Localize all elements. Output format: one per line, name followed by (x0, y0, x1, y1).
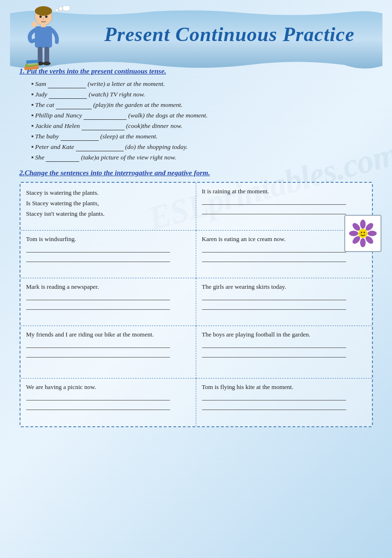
svg-point-6 (59, 7, 63, 11)
answer-line[interactable] (26, 403, 170, 410)
bullet: ▪ (32, 143, 34, 151)
svg-point-2 (39, 16, 42, 18)
exercise-cell-9: We are having a picnic now. (21, 379, 196, 426)
cell-sentence: My friends and I are riding our bike at … (26, 331, 190, 338)
cell-sentence: The girls are wearing skirts today. (202, 283, 366, 291)
answer-line[interactable] (202, 255, 347, 262)
svg-rect-17 (26, 60, 38, 63)
svg-point-14 (43, 62, 51, 65)
svg-point-10 (32, 21, 37, 27)
bullet: ▪ (32, 91, 34, 98)
exercise-cell-8: The boys are playing football in the gar… (196, 326, 372, 379)
list-item: ▪ Phillip and Nancy (walk) the dogs at t… (32, 112, 373, 120)
list-item: ▪ Peter and Kate (do) the shopping today… (32, 143, 373, 151)
exercise-cell-6: The girls are wearing skirts today. (196, 278, 372, 326)
bullet: ▪ (32, 112, 34, 119)
svg-point-28 (358, 229, 367, 238)
cell-sentence: The boys are playing football in the gar… (202, 331, 366, 338)
svg-point-26 (349, 231, 358, 236)
exercise-cell-5: Mark is reading a newspaper. (21, 278, 196, 326)
svg-point-29 (361, 232, 362, 233)
bullet: ▪ (32, 154, 34, 161)
boy-figure (15, 6, 86, 85)
svg-point-7 (63, 6, 70, 11)
answer-line[interactable] (202, 351, 347, 358)
answer-line[interactable] (26, 341, 170, 348)
cell-sentence: Tom is flying his kite at the moment. (202, 383, 366, 391)
answer-line[interactable] (202, 198, 347, 205)
svg-rect-9 (41, 24, 46, 27)
bullet: ▪ (32, 133, 34, 140)
answer-line[interactable] (26, 394, 170, 400)
svg-point-5 (55, 9, 58, 11)
svg-point-30 (363, 232, 365, 233)
answer-line[interactable] (202, 294, 347, 300)
exercise-cell-1: Stacey is watering the plants. Is Stacey… (21, 183, 196, 231)
list-item: ▪ Jackie and Helen (cook)the dinner now. (32, 122, 373, 130)
list-item: ▪ The cat (play)in the garden at the mom… (32, 101, 373, 109)
bullet: ▪ (32, 101, 34, 109)
section2-title: 2.Change the sentences into the interrog… (20, 169, 373, 177)
svg-point-1 (35, 6, 52, 16)
answer-line[interactable] (202, 208, 347, 214)
cell-sentence: Mark is reading a newspaper. (26, 283, 190, 291)
exercise-cell-10: Tom is flying his kite at the moment. (196, 379, 372, 426)
cell-sentence: Tom is windsurfing. (26, 235, 190, 243)
svg-rect-12 (44, 47, 49, 63)
bullet: ▪ (32, 122, 34, 130)
answer-line[interactable] (26, 246, 170, 253)
cell-sentence: It is raining at the moment. (202, 188, 366, 195)
answer-line[interactable] (26, 294, 170, 300)
header-banner: Present Continuous Practice (10, 9, 382, 58)
exercise-list: ▪ Sam (write) a letter at the moment. ▪ … (20, 80, 373, 162)
exercise-cell-3: Tom is windsurfing. (21, 231, 196, 278)
answer-line[interactable] (202, 394, 347, 400)
svg-point-24 (360, 238, 366, 247)
answer-line[interactable] (26, 351, 170, 358)
answer-line[interactable] (202, 303, 347, 310)
svg-rect-8 (35, 26, 52, 48)
example-text: Stacey is watering the plants. Is Stacey… (26, 188, 190, 219)
exercise-grid: Stacey is watering the plants. Is Stacey… (20, 182, 373, 427)
list-item: ▪ The baby (sleep) at the moment. (32, 133, 373, 141)
answer-line[interactable] (202, 341, 347, 348)
cell-sentence: We are having a picnic now. (26, 383, 190, 391)
answer-line[interactable] (202, 403, 347, 410)
answer-line[interactable] (202, 246, 347, 253)
svg-point-22 (368, 231, 377, 236)
main-content: 1. Put the verbs into the present contin… (10, 63, 382, 432)
svg-point-20 (360, 220, 366, 229)
answer-line[interactable] (26, 255, 170, 262)
answer-line[interactable] (26, 303, 170, 310)
list-item: ▪ She (take)a picture of the view right … (32, 154, 373, 162)
list-item: ▪ Judy (watch) TV right now. (32, 91, 373, 99)
flower-decoration (344, 215, 381, 252)
svg-point-4 (42, 19, 44, 20)
exercise-cell-7: My friends and I are riding our bike at … (21, 326, 196, 379)
svg-point-3 (45, 16, 47, 18)
cell-sentence: Karen is eating an ice cream now. (202, 235, 366, 243)
